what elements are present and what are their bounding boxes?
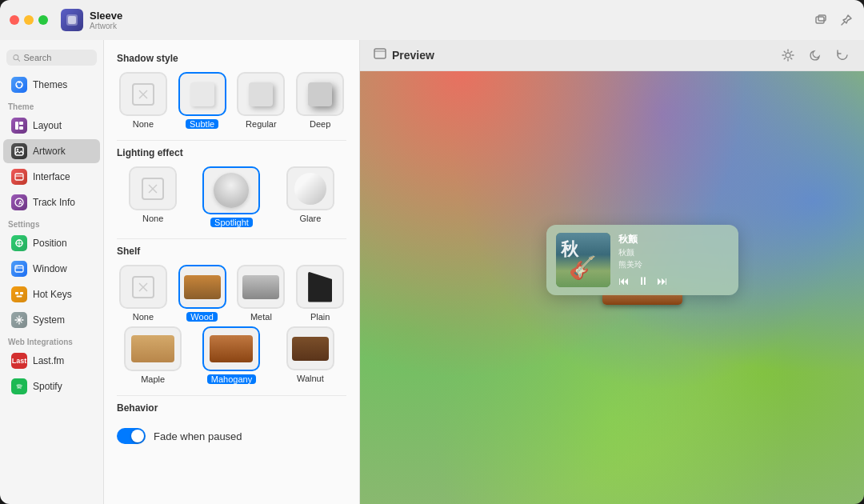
next-button[interactable]: ⏭ [657,274,668,287]
shelf-option-plain[interactable]: Plain [294,265,346,322]
sidebar-item-track-info[interactable]: A Track Info [3,190,100,214]
sidebar-item-label: Track Info [33,197,75,208]
shelf-metal-box[interactable] [237,265,285,309]
preview-header: Preview [360,40,864,71]
svg-point-10 [16,86,18,87]
sidebar-item-position[interactable]: Position [3,231,100,255]
shelf-none-box[interactable] [119,265,167,309]
sidebar-item-lastfm[interactable]: Last Last.fm [3,349,100,373]
shadow-subtle-label: Subtle [186,119,218,129]
shelf-none-label: None [133,312,154,322]
svg-point-39 [786,53,790,58]
shadow-regular-box[interactable] [237,72,285,116]
svg-point-25 [16,266,17,267]
svg-rect-13 [19,126,23,130]
spotify-icon [11,378,27,394]
lighting-none-box[interactable] [129,166,177,210]
search-bar[interactable] [6,50,97,66]
shelf-wood-label: Wood [186,312,218,322]
moon-icon[interactable] [806,46,824,64]
preview-canvas: 秋 🎸 秋颤 秋颤 熊美玲 ⏮ ⏸ ⏭ [360,71,864,504]
maximize-button[interactable] [38,15,48,25]
shelf-option-wood[interactable]: Wood [176,265,229,322]
lighting-glare-box[interactable] [286,166,334,210]
section-settings-label: Settings [0,215,103,230]
sidebar-item-label: System [33,314,65,326]
shelf-option-none[interactable]: None [117,265,170,322]
sidebar-item-window[interactable]: Window [3,257,100,281]
sidebar-item-label: Interface [33,171,70,182]
shelf-option-metal[interactable]: Metal [235,265,288,322]
shelf-maple-label: Maple [141,374,165,384]
shelf-plain-box[interactable] [296,265,344,309]
sidebar-item-layout[interactable]: Layout [3,114,100,138]
shadow-option-regular[interactable]: Regular [235,72,288,129]
sidebar-item-hot-keys[interactable]: Hot Keys [3,282,100,306]
shadow-option-subtle[interactable]: Subtle [176,72,229,129]
shelf-plain-label: Plain [310,312,330,322]
lighting-effect-title: Lighting effect [117,147,346,158]
fade-when-paused-toggle[interactable] [117,428,146,444]
player-controls: ⏮ ⏸ ⏭ [618,274,729,287]
shadow-subtle-box[interactable] [178,72,226,116]
shadow-option-deep[interactable]: Deep [294,72,346,129]
lighting-spotlight-box[interactable] [202,166,260,214]
track-info: 秋颤 秋颤 熊美玲 ⏮ ⏸ ⏭ [618,233,729,287]
refresh-icon[interactable] [834,46,851,64]
search-input[interactable] [23,53,90,62]
sidebar-item-label: Window [33,263,67,274]
sidebar-item-label: Artwork [33,146,66,157]
minimize-button[interactable] [24,15,34,25]
sidebar-item-themes[interactable]: Themes [3,73,100,97]
section-theme-label: Theme [0,98,103,113]
shelf-option-maple[interactable]: Maple [117,326,189,384]
svg-text:A: A [18,200,22,206]
shadow-none-box[interactable] [119,72,167,116]
prev-button[interactable]: ⏮ [618,274,630,287]
lighting-option-glare[interactable]: Glare [274,166,346,227]
lighting-options: None Spotlight Glare [117,166,346,227]
close-button[interactable] [10,15,19,25]
play-button[interactable]: ⏸ [638,274,649,287]
sidebar-item-artwork[interactable]: Artwork [3,139,100,163]
shelf-maple-box[interactable] [124,326,182,371]
settings-panel: Shadow style None Subtle [104,40,360,504]
shadow-deep-box[interactable] [296,72,344,116]
album-title-overlay: 秋 [561,238,578,262]
shelf-walnut-box[interactable] [286,326,334,370]
sidebar-item-spotify[interactable]: Spotify [3,374,100,398]
lighting-option-none[interactable]: None [117,166,189,227]
shadow-none-label: None [133,119,154,129]
shelf-wood-box[interactable] [178,265,226,309]
sun-icon[interactable] [779,46,797,64]
shelf-base [602,294,682,305]
shelf-option-walnut[interactable]: Walnut [274,326,346,384]
toggle-knob [131,430,144,442]
square-icon[interactable] [813,12,829,28]
svg-point-8 [18,82,20,83]
app-info: Sleeve Artwork [61,9,122,31]
shelf-mahogany-box[interactable] [202,326,260,371]
section-web-label: Web Integrations [0,333,103,348]
preview-frame-icon [373,46,387,64]
trackinfo-icon: A [11,194,27,210]
svg-line-4 [842,22,845,26]
svg-line-46 [790,51,791,52]
sidebar-item-label: Layout [33,120,62,131]
player-card: 秋 🎸 秋颤 秋颤 熊美玲 ⏮ ⏸ ⏭ [546,225,738,295]
themes-icon [11,77,27,93]
sidebar-item-system[interactable]: System [3,308,100,332]
preview-title: Preview [392,49,434,62]
shelf-option-mahogany[interactable]: Mahogany [195,326,267,384]
position-icon [11,235,27,251]
track-artist: 熊美玲 [618,259,729,270]
svg-rect-28 [17,296,22,298]
pin-icon[interactable] [838,12,854,28]
sidebar-item-label: Last.fm [33,355,64,366]
main-content: Themes Theme Layout [0,40,864,504]
shadow-option-none[interactable]: None [117,72,170,129]
svg-point-5 [14,54,18,59]
lighting-option-spotlight[interactable]: Spotlight [195,166,267,227]
sidebar-item-interface[interactable]: Interface [3,165,100,189]
sidebar-item-label: Spotify [33,381,62,392]
